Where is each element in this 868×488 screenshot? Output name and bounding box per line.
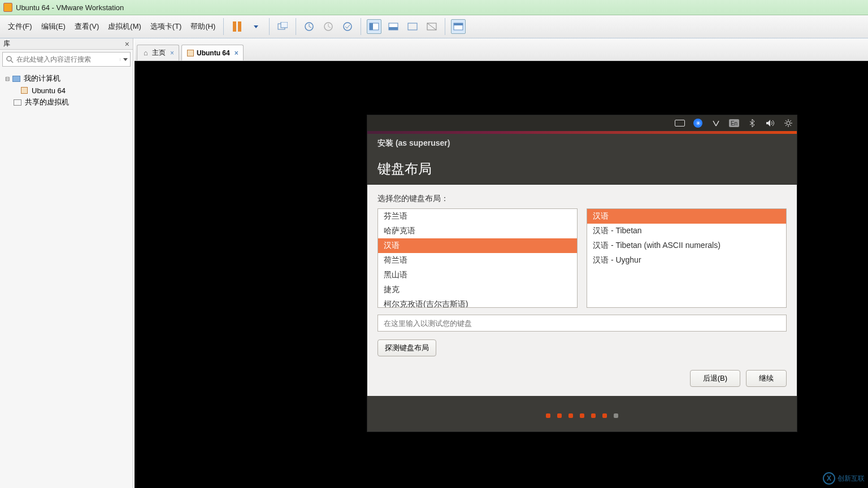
tab-ubuntu64[interactable]: Ubuntu 64 × (181, 45, 244, 60)
language-list-item[interactable]: 荷兰语 (378, 253, 577, 268)
detect-layout-button[interactable]: 探测键盘布局 (377, 339, 436, 356)
progress-dot (591, 413, 596, 418)
menu-items: 文件(F) 编辑(E) 查看(V) 虚拟机(M) 选项卡(T) 帮助(H) (0, 19, 220, 34)
collapse-icon[interactable]: ⊟ (3, 76, 11, 82)
view-unity-button[interactable] (424, 19, 439, 34)
choose-layout-label: 选择您的键盘布局： (377, 194, 787, 204)
tab-close-icon[interactable]: × (235, 49, 238, 57)
sidebar-title: 库 (3, 39, 10, 49)
svg-point-4 (344, 23, 351, 30)
installer-body: 选择您的键盘布局： 芬兰语哈萨克语汉语荷兰语黑山语捷克柯尔克孜语(吉尔吉斯语) … (367, 185, 797, 396)
volume-icon[interactable] (765, 119, 775, 128)
accessibility-icon[interactable]: ✳ (693, 119, 703, 128)
svg-rect-8 (389, 27, 398, 30)
keyboard-test-input[interactable] (377, 315, 787, 332)
tree-shared-vms[interactable]: 共享的虚拟机 (2, 96, 131, 108)
progress-dot (580, 413, 584, 418)
view-fullscreen-button[interactable] (405, 19, 420, 34)
progress-dot (557, 413, 562, 418)
tree-label: Ubuntu 64 (32, 86, 66, 95)
menu-tabs[interactable]: 选项卡(T) (146, 19, 186, 34)
keyboard-indicator-icon[interactable] (675, 119, 685, 128)
back-button[interactable]: 后退(B) (690, 370, 740, 387)
search-input[interactable] (16, 55, 120, 63)
search-icon (3, 55, 16, 63)
power-dropdown[interactable] (249, 19, 263, 34)
language-list-item[interactable]: 芬兰语 (378, 209, 577, 224)
progress-dot (546, 413, 550, 418)
language-indicator[interactable]: En (729, 119, 739, 128)
language-list-item[interactable]: 柯尔克孜语(吉尔吉斯语) (378, 297, 577, 308)
snapshot-button[interactable] (275, 19, 290, 34)
snapshot-revert-button[interactable] (321, 19, 336, 34)
svg-line-11 (427, 23, 436, 30)
library-sidebar: 库 × ⊟ 我的计算机 Ubuntu 64 共享的虚拟机 (0, 38, 133, 488)
progress-dot (602, 413, 607, 418)
sidebar-header: 库 × (0, 38, 133, 50)
heading-text: 键盘布局 (377, 160, 432, 178)
svg-rect-9 (408, 23, 417, 30)
menu-view[interactable]: 查看(V) (70, 19, 103, 34)
vm-console[interactable]: ✳ En 安装 (as superuser) 键盘布局 选择您的键盘布局： 芬兰… (134, 61, 868, 488)
tree-my-computer[interactable]: ⊟ 我的计算机 (2, 72, 131, 85)
svg-rect-6 (370, 23, 373, 30)
pause-button[interactable] (229, 19, 244, 34)
variant-list-item[interactable]: 汉语 - Tibetan (with ASCII numerals) (587, 238, 786, 253)
svg-line-23 (790, 120, 791, 121)
home-icon: ⌂ (142, 49, 150, 57)
tab-label: 主页 (152, 48, 166, 58)
language-list-item[interactable]: 哈萨克语 (378, 224, 577, 238)
app-icon (3, 3, 12, 12)
installer-subtitle: 安装 (as superuser) (377, 138, 450, 149)
language-list-item[interactable]: 汉语 (378, 238, 577, 253)
watermark-logo-icon: X (823, 472, 835, 485)
snapshot-take-button[interactable] (302, 19, 316, 34)
menu-edit[interactable]: 编辑(E) (37, 19, 70, 34)
variant-list-item[interactable]: 汉语 (587, 209, 786, 224)
library-tree: ⊟ 我的计算机 Ubuntu 64 共享的虚拟机 (0, 69, 133, 112)
language-list-item[interactable]: 捷克 (378, 282, 577, 297)
tree-label: 共享的虚拟机 (25, 97, 69, 107)
view-console-button[interactable] (367, 19, 381, 34)
tree-vm-ubuntu64[interactable]: Ubuntu 64 (2, 85, 131, 96)
progress-dots (367, 400, 797, 432)
variant-list-item[interactable]: 汉语 - Uyghur (587, 253, 786, 268)
language-list-item[interactable]: 黑山语 (378, 268, 577, 282)
watermark-text: 创新互联 (837, 474, 865, 483)
svg-rect-13 (454, 23, 463, 25)
svg-line-22 (790, 125, 791, 126)
installer-titlebar: 安装 (as superuser) (367, 134, 797, 153)
menu-vm[interactable]: 虚拟机(M) (103, 19, 146, 34)
snapshot-manager-button[interactable] (340, 19, 355, 34)
variant-list-item[interactable]: 汉语 - Tibetan (587, 224, 786, 238)
settings-gear-icon[interactable] (783, 119, 793, 128)
network-icon[interactable] (711, 119, 721, 128)
search-dropdown[interactable] (120, 58, 130, 61)
window-title: Ubuntu 64 - VMware Workstation (16, 3, 124, 12)
computer-icon (11, 74, 21, 83)
library-search[interactable] (2, 52, 131, 67)
keyboard-language-list[interactable]: 芬兰语哈萨克语汉语荷兰语黑山语捷克柯尔克孜语(吉尔吉斯语) (377, 208, 578, 308)
tab-label: Ubuntu 64 (197, 49, 230, 57)
tree-label: 我的计算机 (24, 73, 60, 84)
ubuntu-top-panel: ✳ En (367, 115, 797, 131)
vm-icon (186, 49, 194, 57)
tab-close-icon[interactable]: × (170, 49, 174, 57)
ubuntu-installer-window: ✳ En 安装 (as superuser) 键盘布局 选择您的键盘布局： 芬兰… (367, 115, 797, 432)
svg-rect-1 (281, 22, 288, 28)
svg-point-16 (787, 121, 790, 125)
shared-icon (12, 98, 23, 107)
continue-button[interactable]: 继续 (746, 370, 787, 387)
menu-file[interactable]: 文件(F) (3, 19, 37, 34)
bluetooth-icon[interactable] (747, 119, 757, 128)
keyboard-variant-list[interactable]: 汉语汉语 - Tibetan汉语 - Tibetan (with ASCII n… (587, 208, 787, 308)
vm-icon (19, 86, 29, 95)
view-stretch-button[interactable] (386, 19, 401, 34)
menu-bar: 文件(F) 编辑(E) 查看(V) 虚拟机(M) 选项卡(T) 帮助(H) (0, 15, 868, 38)
view-thumbnail-button[interactable] (451, 19, 466, 34)
svg-line-15 (11, 60, 13, 63)
menu-help[interactable]: 帮助(H) (186, 19, 220, 34)
sidebar-close-button[interactable]: × (125, 40, 129, 49)
progress-dot (568, 413, 573, 418)
tab-home[interactable]: ⌂ 主页 × (137, 45, 179, 60)
